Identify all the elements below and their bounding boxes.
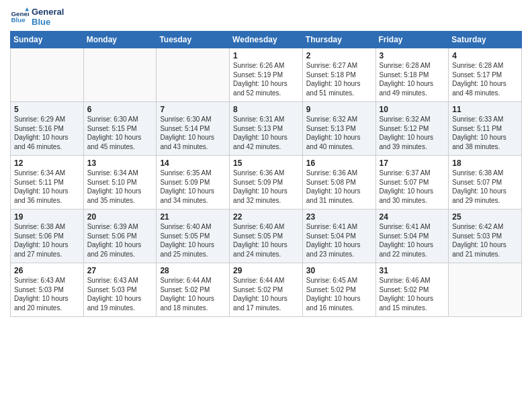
day-number: 17 <box>380 158 445 168</box>
calendar-cell: 14Sunrise: 6:35 AM Sunset: 5:09 PM Dayli… <box>157 156 230 210</box>
day-number: 20 <box>87 212 153 222</box>
day-number: 16 <box>306 158 372 168</box>
calendar-cell: 11Sunrise: 6:33 AM Sunset: 5:11 PM Dayli… <box>449 102 522 156</box>
calendar-cell <box>157 48 230 102</box>
day-content: Sunrise: 6:34 AM Sunset: 5:11 PM Dayligh… <box>14 169 80 205</box>
calendar-cell: 1Sunrise: 6:26 AM Sunset: 5:19 PM Daylig… <box>230 48 303 102</box>
calendar-cell: 19Sunrise: 6:38 AM Sunset: 5:06 PM Dayli… <box>11 210 84 263</box>
day-content: Sunrise: 6:39 AM Sunset: 5:06 PM Dayligh… <box>87 222 153 259</box>
day-number: 2 <box>306 51 372 60</box>
calendar-cell: 10Sunrise: 6:32 AM Sunset: 5:12 PM Dayli… <box>375 102 449 156</box>
calendar-cell: 20Sunrise: 6:39 AM Sunset: 5:06 PM Dayli… <box>83 210 157 263</box>
day-number: 4 <box>452 51 518 60</box>
calendar-cell: 30Sunrise: 6:45 AM Sunset: 5:02 PM Dayli… <box>302 263 375 317</box>
day-content: Sunrise: 6:26 AM Sunset: 5:19 PM Dayligh… <box>233 61 299 97</box>
day-number: 22 <box>233 212 299 222</box>
day-content: Sunrise: 6:44 AM Sunset: 5:02 PM Dayligh… <box>160 276 226 312</box>
day-number: 14 <box>160 158 226 168</box>
day-number: 21 <box>160 212 226 222</box>
day-content: Sunrise: 6:29 AM Sunset: 5:16 PM Dayligh… <box>14 115 80 151</box>
weekday-header-saturday: Saturday <box>449 32 522 48</box>
day-content: Sunrise: 6:38 AM Sunset: 5:06 PM Dayligh… <box>14 222 80 259</box>
day-content: Sunrise: 6:32 AM Sunset: 5:13 PM Dayligh… <box>306 115 372 151</box>
calendar-cell: 5Sunrise: 6:29 AM Sunset: 5:16 PM Daylig… <box>11 102 84 156</box>
calendar-cell: 27Sunrise: 6:43 AM Sunset: 5:03 PM Dayli… <box>83 263 157 317</box>
day-number: 13 <box>87 158 153 168</box>
day-content: Sunrise: 6:43 AM Sunset: 5:03 PM Dayligh… <box>14 276 80 312</box>
day-number: 15 <box>233 158 299 168</box>
calendar-cell: 26Sunrise: 6:43 AM Sunset: 5:03 PM Dayli… <box>11 263 84 317</box>
day-number: 10 <box>380 105 445 114</box>
calendar-cell: 9Sunrise: 6:32 AM Sunset: 5:13 PM Daylig… <box>302 102 375 156</box>
calendar-cell: 29Sunrise: 6:44 AM Sunset: 5:02 PM Dayli… <box>230 263 303 317</box>
day-number: 30 <box>306 266 372 275</box>
day-content: Sunrise: 6:43 AM Sunset: 5:03 PM Dayligh… <box>87 276 153 312</box>
day-content: Sunrise: 6:31 AM Sunset: 5:13 PM Dayligh… <box>233 115 299 151</box>
weekday-header-wednesday: Wednesday <box>230 32 303 48</box>
logo-text: General Blue <box>32 7 64 27</box>
day-content: Sunrise: 6:42 AM Sunset: 5:03 PM Dayligh… <box>452 222 518 259</box>
day-content: Sunrise: 6:41 AM Sunset: 5:04 PM Dayligh… <box>380 222 445 259</box>
week-row-5: 26Sunrise: 6:43 AM Sunset: 5:03 PM Dayli… <box>11 263 522 317</box>
calendar-cell: 6Sunrise: 6:30 AM Sunset: 5:15 PM Daylig… <box>83 102 157 156</box>
day-content: Sunrise: 6:30 AM Sunset: 5:14 PM Dayligh… <box>160 115 226 151</box>
day-number: 9 <box>306 105 372 114</box>
calendar-cell: 31Sunrise: 6:46 AM Sunset: 5:02 PM Dayli… <box>375 263 449 317</box>
calendar-cell: 12Sunrise: 6:34 AM Sunset: 5:11 PM Dayli… <box>11 156 84 210</box>
day-content: Sunrise: 6:41 AM Sunset: 5:04 PM Dayligh… <box>306 222 372 259</box>
calendar-cell: 23Sunrise: 6:41 AM Sunset: 5:04 PM Dayli… <box>302 210 375 263</box>
day-number: 27 <box>87 266 153 275</box>
calendar-table: SundayMondayTuesdayWednesdayThursdayFrid… <box>10 31 522 317</box>
day-number: 8 <box>233 105 299 114</box>
calendar-cell: 21Sunrise: 6:40 AM Sunset: 5:05 PM Dayli… <box>157 210 230 263</box>
day-number: 6 <box>87 105 153 114</box>
day-content: Sunrise: 6:34 AM Sunset: 5:10 PM Dayligh… <box>87 169 153 205</box>
week-row-2: 5Sunrise: 6:29 AM Sunset: 5:16 PM Daylig… <box>11 102 522 156</box>
day-content: Sunrise: 6:36 AM Sunset: 5:09 PM Dayligh… <box>233 169 299 205</box>
calendar-cell: 13Sunrise: 6:34 AM Sunset: 5:10 PM Dayli… <box>83 156 157 210</box>
svg-text:Blue: Blue <box>11 16 26 24</box>
day-number: 5 <box>14 105 80 114</box>
calendar-cell: 25Sunrise: 6:42 AM Sunset: 5:03 PM Dayli… <box>449 210 522 263</box>
day-content: Sunrise: 6:32 AM Sunset: 5:12 PM Dayligh… <box>380 115 445 151</box>
calendar-cell: 24Sunrise: 6:41 AM Sunset: 5:04 PM Dayli… <box>375 210 449 263</box>
day-number: 7 <box>160 105 226 114</box>
week-row-4: 19Sunrise: 6:38 AM Sunset: 5:06 PM Dayli… <box>11 210 522 263</box>
day-content: Sunrise: 6:40 AM Sunset: 5:05 PM Dayligh… <box>233 222 299 259</box>
calendar-cell: 15Sunrise: 6:36 AM Sunset: 5:09 PM Dayli… <box>230 156 303 210</box>
day-content: Sunrise: 6:28 AM Sunset: 5:17 PM Dayligh… <box>452 61 518 97</box>
week-row-3: 12Sunrise: 6:34 AM Sunset: 5:11 PM Dayli… <box>11 156 522 210</box>
calendar-cell: 3Sunrise: 6:28 AM Sunset: 5:18 PM Daylig… <box>375 48 449 102</box>
weekday-header-thursday: Thursday <box>302 32 375 48</box>
weekday-header-monday: Monday <box>83 32 157 48</box>
calendar-cell: 22Sunrise: 6:40 AM Sunset: 5:05 PM Dayli… <box>230 210 303 263</box>
day-number: 26 <box>14 266 80 275</box>
day-content: Sunrise: 6:30 AM Sunset: 5:15 PM Dayligh… <box>87 115 153 151</box>
day-number: 12 <box>14 158 80 168</box>
day-number: 11 <box>452 105 518 114</box>
day-number: 1 <box>233 51 299 60</box>
calendar-cell: 17Sunrise: 6:37 AM Sunset: 5:07 PM Dayli… <box>375 156 449 210</box>
weekday-header-friday: Friday <box>375 32 449 48</box>
calendar-cell: 2Sunrise: 6:27 AM Sunset: 5:18 PM Daylig… <box>302 48 375 102</box>
calendar-cell <box>449 263 522 317</box>
day-content: Sunrise: 6:33 AM Sunset: 5:11 PM Dayligh… <box>452 115 518 151</box>
weekday-header-sunday: Sunday <box>11 32 84 48</box>
day-number: 28 <box>160 266 226 275</box>
day-number: 18 <box>452 158 518 168</box>
svg-marker-2 <box>25 7 29 11</box>
calendar-cell: 7Sunrise: 6:30 AM Sunset: 5:14 PM Daylig… <box>157 102 230 156</box>
logo-icon: General Blue <box>10 7 29 26</box>
calendar-cell: 8Sunrise: 6:31 AM Sunset: 5:13 PM Daylig… <box>230 102 303 156</box>
logo: General Blue General Blue <box>10 7 64 27</box>
day-number: 23 <box>306 212 372 222</box>
header: General Blue General Blue <box>10 7 522 27</box>
day-content: Sunrise: 6:46 AM Sunset: 5:02 PM Dayligh… <box>380 276 445 312</box>
day-content: Sunrise: 6:36 AM Sunset: 5:08 PM Dayligh… <box>306 169 372 205</box>
calendar-cell <box>83 48 157 102</box>
day-content: Sunrise: 6:27 AM Sunset: 5:18 PM Dayligh… <box>306 61 372 97</box>
day-number: 24 <box>380 212 445 222</box>
day-content: Sunrise: 6:28 AM Sunset: 5:18 PM Dayligh… <box>380 61 445 97</box>
day-number: 25 <box>452 212 518 222</box>
calendar-cell: 18Sunrise: 6:38 AM Sunset: 5:07 PM Dayli… <box>449 156 522 210</box>
